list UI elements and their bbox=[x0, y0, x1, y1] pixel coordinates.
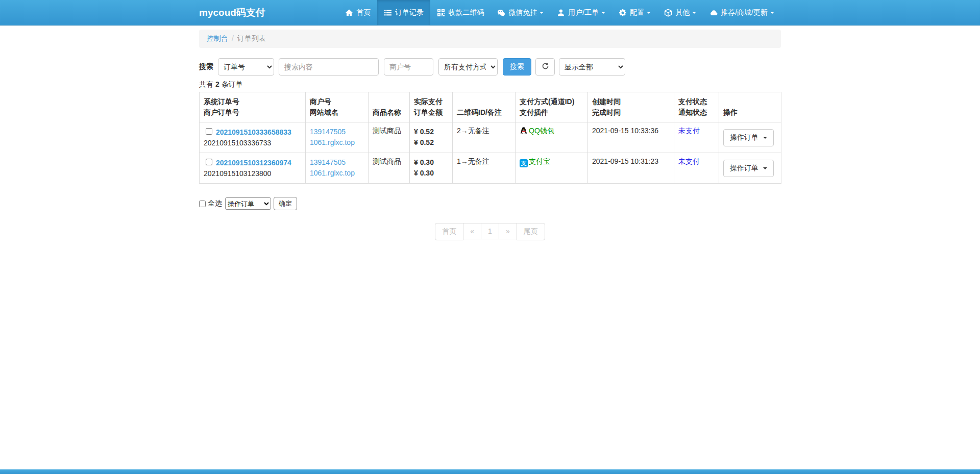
chevron-down-icon bbox=[692, 12, 696, 14]
order-amount: ¥ 0.30 bbox=[414, 168, 448, 179]
nav-item-recommend-shop-update[interactable]: 推荐/商城/更新 bbox=[703, 0, 781, 26]
select-all-label: 全选 bbox=[208, 199, 222, 208]
orders-table: 系统订单号商户订单号 商户号网站域名 商品名称 实际支付订单金额 二维码ID/备… bbox=[199, 92, 781, 184]
col-header-order-numbers: 系统订单号商户订单号 bbox=[200, 92, 306, 122]
nav-item-config[interactable]: 配置 bbox=[612, 0, 657, 26]
pagination-prev[interactable]: « bbox=[463, 223, 481, 239]
bulk-actions-bar: 全选 操作订单 确定 bbox=[199, 197, 781, 210]
top-navbar: mycoud码支付 首页 订单记录 收款二维码 bbox=[0, 0, 980, 26]
cube-icon bbox=[664, 9, 672, 17]
table-row: 2021091510333658833 20210915103336733 13… bbox=[200, 122, 781, 153]
chevron-down-icon bbox=[647, 12, 651, 14]
footer-bar bbox=[0, 469, 980, 474]
merchant-id-link[interactable]: 139147505 bbox=[310, 158, 346, 166]
search-type-select[interactable]: 订单号 bbox=[218, 58, 274, 76]
nav-item-order-records[interactable]: 订单记录 bbox=[377, 0, 430, 26]
list-icon bbox=[384, 9, 392, 17]
qr-note: 2→无备注 bbox=[453, 122, 516, 153]
row-checkbox[interactable] bbox=[206, 128, 212, 135]
order-action-button[interactable]: 操作订单 bbox=[723, 129, 774, 146]
col-header-pay-method: 支付方式(通道ID)支付插件 bbox=[516, 92, 588, 122]
row-checkbox[interactable] bbox=[206, 159, 212, 165]
select-all-checkbox[interactable] bbox=[199, 201, 206, 207]
cloud-icon bbox=[709, 9, 718, 17]
search-toolbar: 搜索 订单号 所有支付方式 搜索 显示全部 bbox=[199, 58, 781, 76]
order-amount: ¥ 0.52 bbox=[414, 137, 448, 148]
breadcrumb: 控制台/订单列表 bbox=[199, 30, 781, 48]
table-row: 2021091510312360974 20210915103123800 13… bbox=[200, 153, 781, 184]
breadcrumb-console-link[interactable]: 控制台 bbox=[207, 34, 228, 42]
paid-amount: ¥ 0.52 bbox=[414, 127, 448, 137]
col-header-amount: 实际支付订单金额 bbox=[410, 92, 453, 122]
breadcrumb-current: 订单列表 bbox=[237, 34, 266, 42]
bulk-action-select[interactable]: 操作订单 bbox=[225, 197, 271, 210]
order-count-summary: 共有2条订单 bbox=[199, 80, 781, 89]
pagination-last[interactable]: 尾页 bbox=[517, 223, 545, 240]
domain-link[interactable]: 1061.rglxc.top bbox=[310, 138, 355, 146]
system-order-link[interactable]: 2021091510333658833 bbox=[216, 128, 291, 136]
breadcrumb-separator: / bbox=[232, 34, 234, 42]
main-menu: 首页 订单记录 收款二维码 微信免挂 bbox=[338, 0, 781, 26]
domain-link[interactable]: 1061.rglxc.top bbox=[310, 169, 355, 177]
col-header-actions: 操作 bbox=[719, 92, 781, 122]
order-count: 2 bbox=[215, 80, 219, 88]
col-header-status: 支付状态通知状态 bbox=[674, 92, 719, 122]
pay-method-name: 支付宝 bbox=[529, 157, 550, 165]
nav-item-qrcode[interactable]: 收款二维码 bbox=[430, 0, 491, 26]
qrcode-icon bbox=[437, 9, 445, 17]
order-action-button[interactable]: 操作订单 bbox=[723, 160, 774, 177]
home-icon bbox=[345, 9, 353, 17]
nav-item-home[interactable]: 首页 bbox=[338, 0, 377, 26]
merchant-id-link[interactable]: 139147505 bbox=[310, 128, 346, 136]
pay-status: 未支付 bbox=[678, 127, 700, 135]
wechat-icon bbox=[497, 9, 505, 17]
user-icon bbox=[557, 9, 565, 17]
col-header-time: 创建时间完成时间 bbox=[588, 92, 674, 122]
qq-wallet-icon bbox=[520, 127, 528, 135]
qr-note: 1→无备注 bbox=[453, 153, 516, 184]
alipay-icon: 支 bbox=[520, 159, 528, 167]
refresh-button[interactable] bbox=[535, 58, 555, 76]
merchant-order-number: 20210915103336733 bbox=[204, 138, 301, 148]
col-header-product: 商品名称 bbox=[369, 92, 410, 122]
merchant-order-number: 20210915103123800 bbox=[204, 168, 301, 179]
gear-icon bbox=[619, 9, 627, 17]
created-time: 2021-09-15 10:33:36 bbox=[588, 122, 674, 153]
pay-method-name: QQ钱包 bbox=[529, 127, 554, 135]
pagination: 首页 « 1 » 尾页 bbox=[0, 223, 980, 240]
chevron-down-icon bbox=[763, 167, 767, 169]
brand-logo[interactable]: mycoud码支付 bbox=[199, 0, 265, 26]
merchant-id-input[interactable] bbox=[384, 58, 433, 76]
nav-item-wechat[interactable]: 微信免挂 bbox=[491, 0, 550, 26]
paid-amount: ¥ 0.30 bbox=[414, 157, 448, 168]
col-header-qr-note: 二维码ID/备注 bbox=[453, 92, 516, 122]
chevron-down-icon bbox=[601, 12, 605, 14]
nav-item-users-tickets[interactable]: 用户/工单 bbox=[550, 0, 612, 26]
refresh-icon bbox=[542, 62, 549, 71]
created-time: 2021-09-15 10:31:23 bbox=[588, 153, 674, 184]
pay-status: 未支付 bbox=[678, 157, 700, 165]
pagination-first[interactable]: 首页 bbox=[435, 223, 463, 240]
search-button[interactable]: 搜索 bbox=[503, 58, 531, 76]
search-input[interactable] bbox=[279, 58, 379, 76]
system-order-link[interactable]: 2021091510312360974 bbox=[216, 159, 291, 167]
chevron-down-icon bbox=[770, 12, 774, 14]
pagination-page-1[interactable]: 1 bbox=[481, 223, 499, 239]
chevron-down-icon bbox=[540, 12, 544, 14]
search-label: 搜索 bbox=[199, 62, 213, 71]
pay-type-select[interactable]: 所有支付方式 bbox=[438, 58, 498, 76]
nav-item-other[interactable]: 其他 bbox=[657, 0, 703, 26]
display-filter-select[interactable]: 显示全部 bbox=[559, 58, 625, 76]
pagination-next[interactable]: » bbox=[499, 223, 517, 239]
product-name: 测试商品 bbox=[369, 122, 410, 153]
table-header-row: 系统订单号商户订单号 商户号网站域名 商品名称 实际支付订单金额 二维码ID/备… bbox=[200, 92, 781, 122]
chevron-down-icon bbox=[763, 137, 767, 139]
confirm-button[interactable]: 确定 bbox=[274, 197, 297, 210]
col-header-merchant: 商户号网站域名 bbox=[306, 92, 369, 122]
product-name: 测试商品 bbox=[369, 153, 410, 184]
